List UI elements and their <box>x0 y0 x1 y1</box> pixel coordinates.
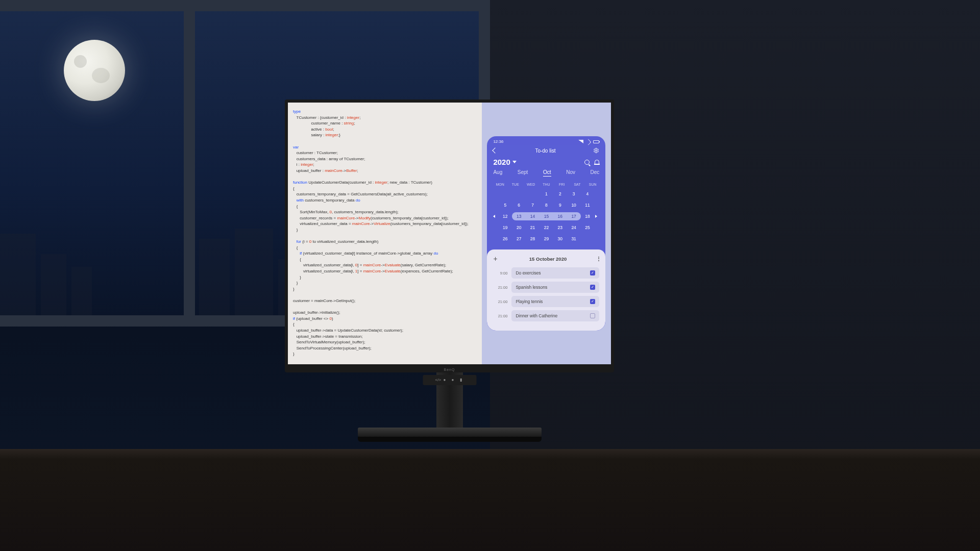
calendar-day[interactable]: 24 <box>567 223 581 232</box>
calendar-day[interactable]: 9 <box>553 201 567 209</box>
month-tab[interactable]: Dec <box>591 169 600 177</box>
window-divider <box>0 0 490 11</box>
todo-item[interactable]: Spanish lessons✓ <box>511 282 599 293</box>
todo-checkbox[interactable] <box>590 313 595 318</box>
todo-label: Do exercises <box>516 270 541 276</box>
calendar-day[interactable]: 25 <box>581 223 595 232</box>
todo-time: 21:00 <box>493 314 507 318</box>
monitor-brand-label: BenQ <box>444 368 455 371</box>
calendar-day[interactable]: 12 <box>498 212 512 220</box>
calendar-day[interactable]: 17 <box>567 212 581 220</box>
calendar-day[interactable]: 13 <box>512 212 526 220</box>
window-divider <box>184 0 195 327</box>
todo-item[interactable]: Playing tennis✓ <box>511 296 599 307</box>
svg-point-0 <box>596 150 597 152</box>
todo-row: 21:00Spanish lessons✓ <box>493 282 599 293</box>
calendar-day <box>581 237 595 240</box>
calendar-day[interactable]: 27 <box>512 235 526 243</box>
search-icon[interactable] <box>584 160 590 165</box>
calendar-day[interactable]: 3 <box>567 190 581 198</box>
notification-icon[interactable] <box>595 160 599 165</box>
todo-time: 9:00 <box>493 271 507 276</box>
more-icon[interactable] <box>598 257 599 261</box>
monitor-screen: type TCustomer : {customer_id : integer;… <box>288 103 611 364</box>
calendar-day[interactable]: 23 <box>553 223 567 232</box>
dock-dot-icon: ● <box>444 378 448 382</box>
todo-time: 21:00 <box>493 299 507 304</box>
todo-row: 21:00Playing tennis✓ <box>493 296 599 307</box>
weekday-label: SUN <box>585 183 600 186</box>
phone-preview-panel: 12:36 To-do list <box>482 103 611 364</box>
weekday-label: TUE <box>508 183 523 186</box>
calendar-day[interactable]: 2 <box>553 190 567 198</box>
calendar-day[interactable]: 22 <box>540 223 553 232</box>
calendar-day[interactable]: 19 <box>498 223 512 232</box>
next-week-icon[interactable] <box>595 215 597 218</box>
night-scene-background: type TCustomer : {customer_id : integer;… <box>0 0 980 551</box>
weekday-label: FRI <box>554 183 570 186</box>
todo-time: 21:00 <box>493 285 507 290</box>
todo-checkbox[interactable]: ✓ <box>590 270 595 276</box>
calendar-day[interactable]: 16 <box>553 212 567 220</box>
calendar-day[interactable]: 11 <box>581 201 595 209</box>
month-tab[interactable]: Oct <box>543 169 551 177</box>
monitor-base <box>358 428 542 437</box>
todo-item[interactable]: Dinner with Catherine <box>511 310 599 321</box>
calendar-day[interactable]: 28 <box>526 235 540 243</box>
calendar-day[interactable]: 29 <box>540 235 553 243</box>
statusbar-time: 12:36 <box>493 139 503 144</box>
todo-checkbox[interactable]: ✓ <box>590 285 595 290</box>
app-bar: To-do list <box>487 145 605 158</box>
calendar-day[interactable]: 20 <box>512 223 526 232</box>
calendar-day[interactable]: 26 <box>498 235 512 243</box>
dock-dot-icon: ● <box>452 378 456 382</box>
calendar-day[interactable]: 8 <box>540 201 553 209</box>
month-tab[interactable]: Sept <box>518 169 528 177</box>
calendar-day[interactable]: 1 <box>540 190 553 198</box>
calendar-day[interactable]: 21 <box>526 223 540 232</box>
wifi-icon <box>585 139 592 145</box>
monitor-bezel: type TCustomer : {customer_id : integer;… <box>285 99 614 372</box>
todo-label: Dinner with Catherine <box>516 313 557 318</box>
calendar-day <box>526 192 540 195</box>
calendar-day[interactable]: 15 <box>540 212 553 220</box>
calendar-day[interactable]: 5 <box>498 201 512 209</box>
todo-item[interactable]: Do exercises✓ <box>511 267 599 279</box>
month-tab[interactable]: Nov <box>566 169 575 177</box>
weekday-header: MONTUEWEDTHUFRISATSUN <box>487 180 605 188</box>
back-icon[interactable] <box>493 147 498 153</box>
calendar-day <box>512 192 526 195</box>
todo-row: 9:00Do exercises✓ <box>493 267 599 279</box>
todo-card: + 15 October 2020 9:00Do exercises✓21:00… <box>487 249 605 331</box>
dock-mic-icon: ▮ <box>460 378 464 382</box>
calendar-day[interactable]: 14 <box>526 212 540 220</box>
calendar-day[interactable]: 31 <box>567 235 581 243</box>
calendar-day[interactable]: 30 <box>553 235 567 243</box>
weekday-label: WED <box>523 183 538 186</box>
monitor-base-foot <box>358 437 542 442</box>
todo-list: 9:00Do exercises✓21:00Spanish lessons✓21… <box>493 267 599 324</box>
chevron-down-icon <box>512 161 517 163</box>
prev-week-icon[interactable] <box>493 215 495 218</box>
todo-checkbox[interactable]: ✓ <box>590 299 595 304</box>
settings-icon[interactable] <box>593 147 599 154</box>
year-label: 2020 <box>493 158 510 166</box>
calendar-day <box>498 192 512 195</box>
year-selector[interactable]: 2020 <box>493 158 516 166</box>
desk-surface <box>0 449 980 551</box>
todo-date-label: 15 October 2020 <box>529 256 567 262</box>
calendar-day[interactable]: 10 <box>567 201 581 209</box>
calendar-day[interactable]: 18 <box>581 212 595 220</box>
month-tab[interactable]: Aug <box>493 169 502 177</box>
battery-icon <box>593 140 599 143</box>
dock-code-icon: </> <box>435 378 439 382</box>
app-title: To-do list <box>535 148 555 154</box>
add-todo-button[interactable]: + <box>493 255 497 263</box>
weekday-label: MON <box>492 183 507 186</box>
calendar-day[interactable]: 7 <box>526 201 540 209</box>
signal-icon <box>578 140 583 143</box>
monitor-dock-bar: </> ● ● ▮ <box>423 375 476 385</box>
month-tabs: AugSeptOctNovDec <box>493 169 599 177</box>
calendar-day[interactable]: 4 <box>581 190 595 198</box>
calendar-day[interactable]: 6 <box>512 201 526 209</box>
